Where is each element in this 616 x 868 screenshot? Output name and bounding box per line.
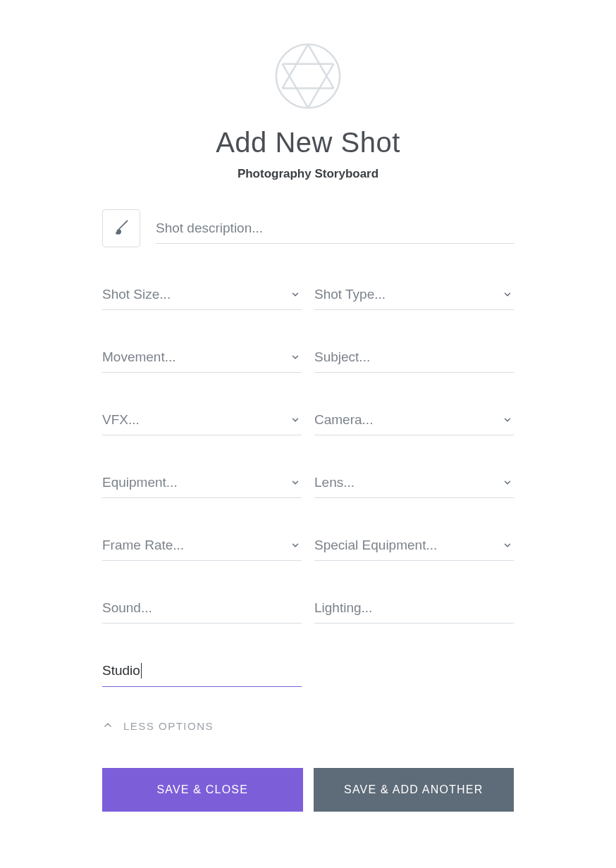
frame-rate-label: Frame Rate... <box>102 538 184 553</box>
frame-rate-select[interactable]: Frame Rate... <box>102 533 302 561</box>
brush-icon <box>112 218 130 239</box>
sound-input[interactable] <box>102 596 302 624</box>
chevron-down-icon <box>501 476 514 489</box>
less-options-label: LESS OPTIONS <box>123 720 214 732</box>
text-caret <box>141 663 142 678</box>
subject-input[interactable] <box>314 345 514 373</box>
location-row: Studio <box>102 659 302 687</box>
chevron-down-icon <box>289 351 302 364</box>
shot-size-label: Shot Size... <box>102 287 171 302</box>
chevron-up-icon <box>102 719 113 733</box>
shot-description-input[interactable] <box>156 213 514 244</box>
button-row: SAVE & CLOSE SAVE & ADD ANOTHER <box>102 768 514 812</box>
sound-field[interactable] <box>102 600 302 616</box>
fields-grid: Shot Size... Shot Type... Movement... VF… <box>102 283 514 624</box>
chevron-down-icon <box>501 414 514 426</box>
svg-point-0 <box>276 44 340 108</box>
brush-button[interactable] <box>102 209 140 247</box>
vfx-label: VFX... <box>102 412 140 428</box>
svg-line-4 <box>283 64 308 108</box>
page-title: Add New Shot <box>102 127 514 159</box>
camera-label: Camera... <box>314 412 373 428</box>
chevron-down-icon <box>501 539 514 552</box>
special-equipment-select[interactable]: Special Equipment... <box>314 533 514 561</box>
description-row <box>102 209 514 247</box>
location-value: Studio <box>102 663 142 679</box>
form-header: Add New Shot Photography Storyboard <box>102 42 514 181</box>
camera-select[interactable]: Camera... <box>314 408 514 435</box>
less-options-toggle[interactable]: LESS OPTIONS <box>102 719 514 733</box>
svg-line-1 <box>308 44 333 88</box>
lighting-field[interactable] <box>314 600 514 616</box>
save-close-button[interactable]: SAVE & CLOSE <box>102 768 303 812</box>
aperture-icon <box>274 42 342 113</box>
equipment-select[interactable]: Equipment... <box>102 471 302 498</box>
chevron-down-icon <box>289 539 302 552</box>
lens-select[interactable]: Lens... <box>314 471 514 498</box>
chevron-down-icon <box>289 476 302 489</box>
shot-size-select[interactable]: Shot Size... <box>102 283 302 310</box>
subject-field[interactable] <box>314 349 514 365</box>
movement-label: Movement... <box>102 349 176 365</box>
shot-type-select[interactable]: Shot Type... <box>314 283 514 310</box>
chevron-down-icon <box>289 414 302 426</box>
lens-label: Lens... <box>314 475 355 490</box>
chevron-down-icon <box>501 288 514 301</box>
svg-line-3 <box>283 44 308 88</box>
lighting-input[interactable] <box>314 596 514 624</box>
shot-type-label: Shot Type... <box>314 287 386 302</box>
location-input[interactable]: Studio <box>102 659 302 687</box>
svg-line-6 <box>308 64 333 108</box>
special-equipment-label: Special Equipment... <box>314 538 437 553</box>
save-add-another-button[interactable]: SAVE & ADD ANOTHER <box>314 768 515 812</box>
page-subtitle: Photography Storyboard <box>102 167 514 181</box>
chevron-down-icon <box>289 288 302 301</box>
equipment-label: Equipment... <box>102 475 178 490</box>
movement-select[interactable]: Movement... <box>102 345 302 373</box>
vfx-select[interactable]: VFX... <box>102 408 302 435</box>
add-shot-form: Add New Shot Photography Storyboard Shot… <box>0 0 616 840</box>
